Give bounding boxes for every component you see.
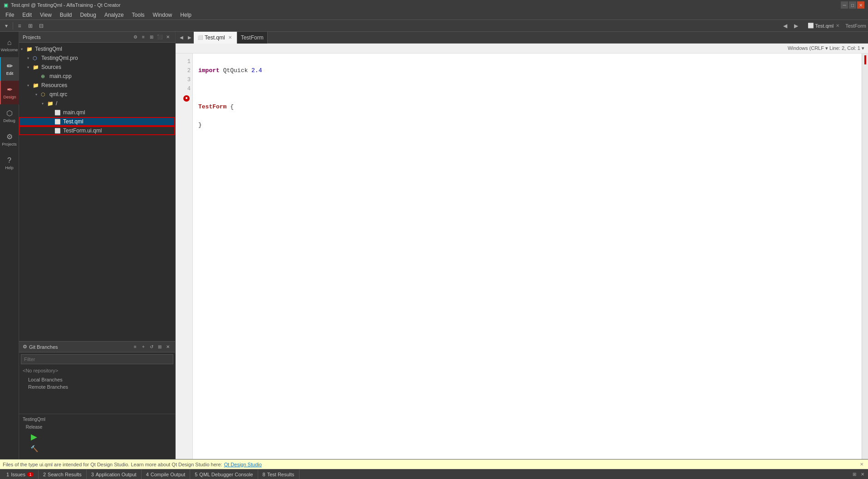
tree-item-sources[interactable]: ▾ 📁 Sources: [19, 63, 175, 72]
bottom-tab-compile[interactable]: 4 Compile Output: [142, 469, 191, 479]
tree-item-pro[interactable]: ▾ ⬡ TestingQml.pro: [19, 54, 175, 63]
projects-icon: ⚙: [6, 133, 13, 141]
maximize-button[interactable]: □: [849, 1, 856, 9]
expand-button[interactable]: ⊞: [26, 21, 35, 30]
tree-item-testformqml[interactable]: ⬜ TestForm.ui.qml: [19, 126, 175, 135]
run-button[interactable]: ▶: [29, 431, 39, 442]
git-panel-controls: ≡ + ↺ ⊞ ✕: [132, 343, 172, 351]
status-warning-link[interactable]: Qt Design Studio: [224, 462, 262, 467]
status-close-button[interactable]: ✕: [858, 461, 865, 468]
bottom-tab-app-output[interactable]: 3 Application Output: [87, 469, 142, 479]
right-scroll-bar[interactable]: [862, 54, 868, 459]
tree-item-testqml[interactable]: ⬜ Test.qml: [19, 117, 175, 126]
code-editor[interactable]: 1 2 3 4 ● import QtQuick 2.4 TestForm { …: [176, 54, 868, 459]
qml-icon-testqml: ⬜: [54, 119, 62, 125]
git-expand-button[interactable]: ⊞: [156, 343, 163, 351]
tree-arrow-testingqml: ▾: [21, 47, 26, 51]
menu-help[interactable]: Help: [177, 11, 195, 19]
tab-testqml-close[interactable]: ✕: [227, 34, 233, 41]
sidebar-welcome-button[interactable]: ⌂ Welcome: [0, 34, 19, 57]
line-num-2: 2: [177, 66, 191, 75]
tab-qml-num: 5: [195, 472, 197, 477]
menu-analyze[interactable]: Analyze: [101, 11, 128, 19]
bottom-tab-search[interactable]: 2 Search Results: [39, 469, 87, 479]
sidebar-design-button[interactable]: ✒ Design: [0, 81, 19, 104]
sidebar-edit-button[interactable]: ✏ Edit: [0, 57, 19, 81]
tab-nav-left[interactable]: ◀: [177, 34, 186, 42]
tree-arrow-slash: ▾: [42, 102, 47, 106]
sidebar-help-label: Help: [5, 166, 14, 170]
panel-close-button[interactable]: ✕: [164, 34, 172, 41]
bottom-tab-test-results[interactable]: 8 Test Results: [258, 469, 299, 479]
filter-button[interactable]: ≡: [15, 21, 24, 30]
sidebar-projects-button[interactable]: ⚙ Projects: [0, 128, 19, 152]
git-filter-input[interactable]: [21, 354, 173, 364]
status-warning-text: Files of the type ui.qml are intended fo…: [3, 462, 222, 467]
git-remote-branches[interactable]: Remote Branches: [23, 383, 172, 391]
sidebar-debug-button[interactable]: ⬡ Debug: [0, 104, 19, 128]
menu-build[interactable]: Build: [56, 11, 76, 19]
sidebar-projects-label: Projects: [2, 142, 17, 147]
code-brace-open: {: [226, 103, 234, 110]
title-bar-controls[interactable]: ─ □ ✕: [841, 1, 864, 9]
release-label: Release: [26, 425, 43, 430]
tree-item-testingqml[interactable]: ▾ 📁 TestingQml: [19, 44, 175, 54]
tab-testqml[interactable]: ⬜ Test.qml ✕: [194, 32, 237, 44]
nav-back-button[interactable]: ◀: [780, 21, 790, 30]
line-numbers: 1 2 3 4 ●: [176, 54, 193, 459]
status-bar: Files of the type ui.qml are intended fo…: [0, 459, 868, 469]
title-bar: ▣ Test.qml @ TestingQml - AlfaTraining -…: [0, 0, 868, 10]
tab-testform[interactable]: TestForm: [237, 32, 268, 44]
tab-close-toolbar[interactable]: ✕: [834, 23, 841, 29]
tab-testqml-icon: ⬜: [197, 35, 203, 40]
sidebar-help-button[interactable]: ? Help: [0, 152, 19, 175]
tab-search-label: Search Results: [48, 472, 82, 477]
bottom-tab-issues[interactable]: 1 Issues 1: [2, 469, 39, 479]
git-local-branches[interactable]: Local Branches: [23, 376, 172, 383]
menu-edit[interactable]: Edit: [19, 11, 35, 19]
tree-item-qmlqrc[interactable]: ▾ ⬡ qml.qrc: [19, 90, 175, 99]
debug-icon: ⬡: [6, 110, 13, 117]
panel-header-controls: ⚙ ≡ ⊞ ⬛ ✕: [132, 34, 172, 41]
minimize-button[interactable]: ─: [841, 1, 848, 9]
project-tree[interactable]: ▾ 📁 TestingQml ▾ ⬡ TestingQml.pro ▾ 📁 So…: [19, 43, 175, 341]
sidebar-debug-label: Debug: [3, 118, 15, 123]
project-selector[interactable]: ▾: [2, 21, 11, 30]
bottom-expand-button[interactable]: ⊞: [851, 471, 858, 478]
bottom-tab-qml-debug[interactable]: 5 QML Debugger Console: [190, 469, 258, 479]
git-add-button[interactable]: +: [140, 343, 147, 351]
tab-test-label: Test Results: [267, 472, 294, 477]
close-button[interactable]: ✕: [857, 1, 864, 9]
tab-nav-right[interactable]: ▶: [186, 34, 194, 42]
bottom-close-button[interactable]: ✕: [859, 471, 866, 478]
panel-float-button[interactable]: ⬛: [156, 34, 163, 41]
project-panel: Projects ⚙ ≡ ⊞ ⬛ ✕ ▾ 📁 TestingQml ▾ ⬡ Te…: [19, 32, 176, 459]
menu-view[interactable]: View: [36, 11, 55, 19]
panel-expand-button[interactable]: ⊞: [148, 34, 155, 41]
tree-item-mainqml[interactable]: ⬜ main.qml: [19, 108, 175, 117]
bottom-left-panel: TestingQml Release ▶ 🔨: [19, 414, 175, 459]
tree-item-resources[interactable]: ▾ 📁 Resources: [19, 81, 175, 90]
qrc-icon-qmlqrc: ⬡: [41, 92, 48, 98]
code-line-2: [198, 84, 856, 93]
menu-window[interactable]: Window: [149, 11, 176, 19]
nav-forward-button[interactable]: ▶: [791, 21, 800, 30]
git-filter-button[interactable]: ≡: [132, 343, 139, 351]
menu-bar: File Edit View Build Debug Analyze Tools…: [0, 10, 868, 20]
panel-filter-button[interactable]: ≡: [140, 34, 147, 41]
panel-settings-button[interactable]: ⚙: [132, 34, 139, 41]
git-refresh-button[interactable]: ↺: [148, 343, 155, 351]
menu-tools[interactable]: Tools: [128, 11, 148, 19]
tree-item-maincpp[interactable]: ⊕ main.cpp: [19, 72, 175, 81]
menu-file[interactable]: File: [2, 11, 18, 19]
menu-debug[interactable]: Debug: [77, 11, 100, 19]
code-version: 2.4: [251, 67, 262, 74]
code-content[interactable]: import QtQuick 2.4 TestForm { }: [193, 54, 862, 459]
tree-label-qmlqrc: qml.qrc: [49, 91, 67, 98]
git-close-button[interactable]: ✕: [164, 343, 172, 351]
tree-label-slash: /: [56, 100, 57, 107]
collapse-button[interactable]: ⊟: [37, 21, 46, 30]
tree-item-slash[interactable]: ▾ 📁 /: [19, 99, 175, 108]
build-button[interactable]: 🔨: [29, 443, 39, 454]
git-panel-settings-icon: ⚙: [23, 344, 27, 350]
